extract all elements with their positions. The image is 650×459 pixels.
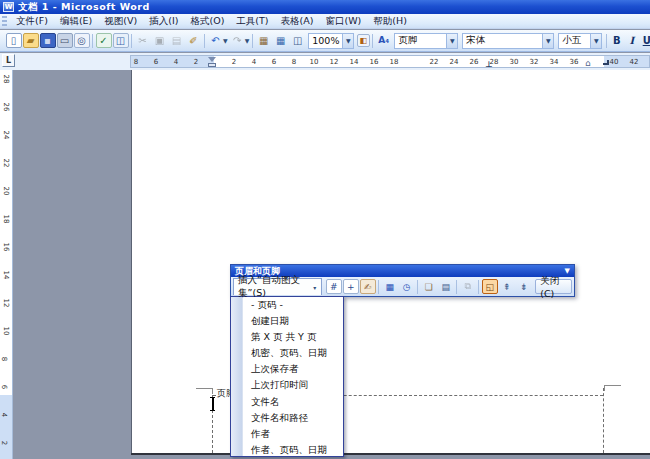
ruler-number: 22 xyxy=(2,159,10,168)
autotext-item-1[interactable]: 创建日期 xyxy=(231,313,343,329)
menu-item-2[interactable]: 视图(V) xyxy=(98,14,143,27)
tables-borders-icon[interactable]: ▦ xyxy=(256,33,272,48)
ruler-number: 6 xyxy=(154,58,158,66)
styles-formatting-icon[interactable]: A₄ xyxy=(376,33,392,48)
separator xyxy=(378,280,379,294)
hanging-indent-marker[interactable] xyxy=(208,57,216,68)
ruler-number: 8 xyxy=(0,357,8,361)
autotext-item-3[interactable]: 机密、页码、日期 xyxy=(231,345,343,361)
document-map-icon[interactable]: ◫ xyxy=(290,33,306,48)
ruler-number: 2 xyxy=(232,58,236,66)
menu-item-6[interactable]: 表格(A) xyxy=(275,14,320,27)
switch-header-footer-icon[interactable]: ◱ xyxy=(482,279,498,294)
zoom-combo[interactable]: 100% ▼ xyxy=(308,33,354,49)
center-tab-marker[interactable]: ⊥ xyxy=(485,60,492,68)
insert-autotext-button[interactable]: 插入“自动图文集”(S) ▾ xyxy=(233,278,322,295)
format-page-number-icon[interactable]: ✍ xyxy=(360,279,376,294)
font-combo[interactable]: 宋体 ▼ xyxy=(462,33,554,49)
print-preview-icon[interactable]: ◎ xyxy=(74,33,90,48)
ruler-number: 30 xyxy=(510,58,519,66)
autotext-item-8[interactable]: 作者 xyxy=(231,426,343,442)
ruler-number: 4 xyxy=(174,58,178,66)
chevron-down-icon[interactable]: ▼ xyxy=(223,37,228,44)
chevron-down-icon[interactable]: ▼ xyxy=(590,34,601,48)
copy-icon[interactable]: ▣ xyxy=(152,33,168,48)
style-combo[interactable]: 页脚 ▼ xyxy=(394,33,458,49)
font-size-combo[interactable]: 小五 ▼ xyxy=(558,33,602,49)
menu-item-7[interactable]: 窗口(W) xyxy=(319,14,367,27)
ruler-number: 12 xyxy=(330,58,339,66)
show-hide-document-text-icon[interactable]: ▤ xyxy=(438,279,454,294)
read-layout-icon[interactable]: ◧ xyxy=(357,34,370,47)
menu-item-1[interactable]: 编辑(E) xyxy=(54,14,98,27)
insert-number-of-pages-icon[interactable]: + xyxy=(343,279,359,294)
style-value: 页脚 xyxy=(395,34,446,47)
ruler-number: 42 xyxy=(630,58,639,66)
font-value: 宋体 xyxy=(463,34,542,47)
ruler-number: 36 xyxy=(570,58,579,66)
ruler-number: 20 xyxy=(2,187,10,196)
save-icon[interactable]: ▪ xyxy=(40,33,56,48)
standard-toolbar: ▯▰▪▭◎✓◫✂▣▤✐↶▼↷▼▦▦◫ 100% ▼ ◧ A₄ 页脚 ▼ 宋体 ▼… xyxy=(0,30,650,52)
open-folder-icon[interactable]: ▰ xyxy=(23,33,39,48)
menu-item-3[interactable]: 插入(I) xyxy=(143,14,184,27)
insert-date-icon[interactable]: ▦ xyxy=(382,279,398,294)
chevron-down-icon[interactable]: ▼ xyxy=(245,37,250,44)
ruler-number: 16 xyxy=(2,243,10,252)
ruler-number: 14 xyxy=(2,271,10,280)
autotext-item-7[interactable]: 文件名和路径 xyxy=(231,410,343,426)
ruler-number: 40 xyxy=(610,58,619,66)
research-icon[interactable]: ◫ xyxy=(113,33,129,48)
ruler-number: 14 xyxy=(350,58,359,66)
ruler-number: 26 xyxy=(2,103,10,112)
ruler-number: 8 xyxy=(292,58,296,66)
font-size-value: 小五 xyxy=(559,34,590,47)
link-to-previous-icon[interactable]: ⧉ xyxy=(460,279,476,294)
ruler-number: 18 xyxy=(2,215,10,224)
ruler-number: 4 xyxy=(252,58,256,66)
close-button[interactable]: 关闭(C) xyxy=(535,279,572,294)
page-setup-icon[interactable]: ❏ xyxy=(421,279,437,294)
ruler-number: 8 xyxy=(134,58,138,66)
chevron-down-icon[interactable]: ▼ xyxy=(446,34,457,48)
autotext-item-2[interactable]: 第 X 页 共 Y 页 xyxy=(231,329,343,345)
menu-item-0[interactable]: 文件(F) xyxy=(10,14,54,27)
autotext-item-9[interactable]: 作者、页码、日期 xyxy=(231,442,343,458)
ruler-number: 6 xyxy=(0,385,8,389)
show-next-icon[interactable]: ⇟ xyxy=(516,279,532,294)
ruler-number: 10 xyxy=(2,327,10,336)
underline-button[interactable]: U xyxy=(639,33,650,48)
insert-page-number-icon[interactable]: # xyxy=(326,279,342,294)
show-previous-icon[interactable]: ⇞ xyxy=(499,279,515,294)
autotext-item-4[interactable]: 上次保存者 xyxy=(231,361,343,377)
autotext-item-5[interactable]: 上次打印时间 xyxy=(231,377,343,393)
format-painter-icon[interactable]: ✐ xyxy=(186,33,202,48)
cut-icon[interactable]: ✂ xyxy=(135,33,151,48)
window-title: 文档 1 - Microsoft Word xyxy=(18,1,150,14)
paste-icon[interactable]: ▤ xyxy=(169,33,185,48)
redo-icon[interactable]: ↷ xyxy=(229,33,245,48)
menu-item-8[interactable]: 帮助(H) xyxy=(367,14,413,27)
separator xyxy=(456,280,457,294)
menu-item-5[interactable]: 工具(T) xyxy=(230,14,274,27)
undo-icon[interactable]: ↶ xyxy=(208,33,224,48)
bold-button[interactable]: B xyxy=(609,33,624,48)
separator xyxy=(372,34,373,48)
margin-crop-mark-right xyxy=(604,385,621,391)
print-icon[interactable]: ▭ xyxy=(57,33,73,48)
chevron-down-icon[interactable]: ▼ xyxy=(542,34,553,48)
right-indent-marker[interactable]: ⌂ xyxy=(585,58,591,68)
ruler-number: 16 xyxy=(370,58,379,66)
spelling-grammar-icon[interactable]: ✓ xyxy=(96,33,112,48)
chevron-down-icon[interactable]: ▼ xyxy=(342,34,353,48)
autotext-item-6[interactable]: 文件名 xyxy=(231,394,343,410)
word-app-icon: W xyxy=(3,2,14,12)
insert-time-icon[interactable]: ◷ xyxy=(399,279,415,294)
menu-item-4[interactable]: 格式(O) xyxy=(184,14,230,27)
ruler-number: 2 xyxy=(0,441,8,445)
new-document-icon[interactable]: ▯ xyxy=(6,33,22,48)
insert-table-icon[interactable]: ▦ xyxy=(273,33,289,48)
right-tab-marker[interactable] xyxy=(603,60,609,65)
italic-button[interactable]: I xyxy=(624,33,639,48)
tab-alignment-selector[interactable]: L xyxy=(2,54,15,67)
